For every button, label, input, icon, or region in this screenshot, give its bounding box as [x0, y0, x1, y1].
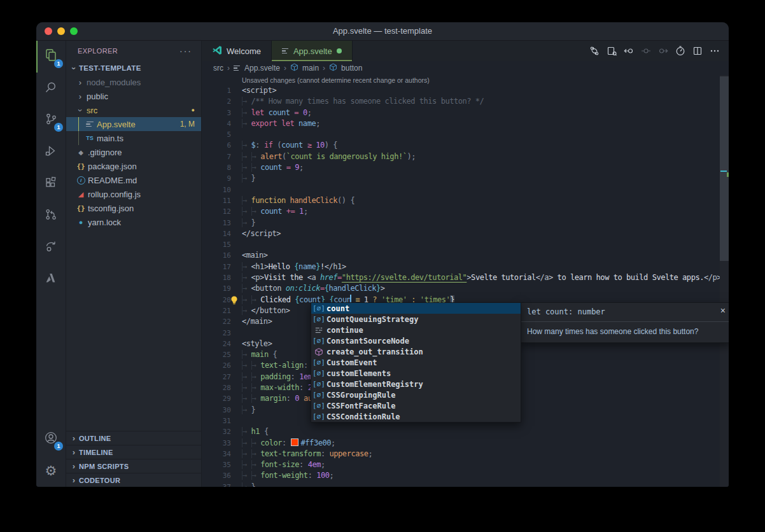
code-line-2[interactable]: 2→ /** How many times has someone clicke…: [202, 96, 729, 107]
code-line-19[interactable]: 19→ <button on:click={handleClick}>: [202, 283, 729, 294]
token: handleClick: [290, 196, 338, 205]
code-line-4[interactable]: 4→ export let name;: [202, 118, 729, 129]
code-line-8[interactable]: 8→ → count = 9;: [202, 162, 729, 173]
explorer-more-actions-icon[interactable]: ···: [179, 46, 192, 56]
breadcrumb-app-svelte[interactable]: App.svelte: [244, 64, 280, 73]
section-codetour[interactable]: › CODETOUR: [66, 473, 201, 487]
code-line-33[interactable]: 33→ → color: #ff3e00;: [202, 438, 729, 449]
suggest-item-CSSConditionRule[interactable]: [∅]CSSConditionRule: [311, 411, 521, 422]
breadcrumb-main[interactable]: main: [302, 64, 319, 73]
code-line-14[interactable]: 14</script>: [202, 228, 729, 239]
scrollbar-thumb[interactable]: [720, 76, 729, 261]
previous-change-icon[interactable]: [624, 46, 634, 56]
tree-item-rollup.config.js[interactable]: ◢rollup.config.js: [66, 187, 201, 201]
code-line-3[interactable]: 3→ let count = 0;: [202, 108, 729, 118]
tree-item-main.ts[interactable]: TSmain.ts: [66, 131, 201, 145]
tree-item-package.json[interactable]: {}package.json: [66, 159, 201, 173]
code-line-9[interactable]: 9→ }: [202, 173, 729, 184]
token: count: [260, 163, 282, 172]
codelens-annotation[interactable]: Unsaved changes (cannot determine recent…: [202, 75, 729, 85]
code-line-12[interactable]: 12→ → count += 1;: [202, 206, 729, 217]
tree-item-README.md[interactable]: iREADME.md: [66, 173, 201, 187]
suggest-item-CustomEvent[interactable]: [∅]CustomEvent: [311, 357, 521, 368]
github-pull-request-icon: [45, 208, 57, 223]
suggest-item-CSSGroupingRule[interactable]: [∅]CSSGroupingRule: [311, 389, 521, 400]
activity-live-share[interactable]: [36, 232, 66, 263]
tree-item-node_modules[interactable]: ›node_modules: [66, 75, 201, 89]
chevron-down-icon: ›: [69, 63, 79, 73]
previous-diff-icon[interactable]: [641, 46, 651, 56]
token: →: [242, 196, 251, 205]
line-number: 18: [202, 272, 242, 283]
tree-root-test-template[interactable]: › TEST-TEMPLATE: [66, 61, 201, 75]
breadcrumb-src[interactable]: src: [213, 64, 223, 73]
timeline-timer-icon[interactable]: [675, 46, 685, 56]
token: →: [242, 482, 251, 487]
code-line-7[interactable]: 7→ → alert(`count is dangerously high!`)…: [202, 151, 729, 162]
code-line-10[interactable]: 10: [202, 185, 729, 195]
code-line-13[interactable]: 13→ }: [202, 218, 729, 228]
token: {: [264, 427, 269, 436]
section-npm-scripts[interactable]: › NPM SCRIPTS: [66, 459, 201, 473]
code-line-36[interactable]: 36→ → font-weight: 100;: [202, 470, 729, 481]
next-diff-icon[interactable]: [658, 46, 668, 56]
code-line-11[interactable]: 11→ function handleClick() {: [202, 195, 729, 206]
lightbulb-icon[interactable]: [230, 295, 239, 308]
close-icon[interactable]: ×: [720, 305, 726, 316]
activity-explorer[interactable]: 1: [36, 41, 66, 73]
tree-item-App.svelte[interactable]: App.svelte1, M: [66, 117, 201, 131]
tree-item-tsconfig.json[interactable]: {}tsconfig.json: [66, 201, 201, 215]
activity-azure[interactable]: [36, 263, 66, 295]
code-line-37[interactable]: 37→ }: [202, 482, 729, 487]
activity-github-pr[interactable]: [36, 200, 66, 232]
open-changes-icon[interactable]: [607, 46, 617, 56]
suggest-item-customElements[interactable]: [∅]customElements: [311, 368, 521, 379]
tab-welcome[interactable]: Welcome: [202, 41, 272, 61]
suggest-item-CSSFontFaceRule[interactable]: [∅]CSSFontFaceRule: [311, 400, 521, 411]
token: margin: [260, 394, 286, 403]
code-line-35[interactable]: 35→ → font-size: 4em;: [202, 459, 729, 470]
activity-settings[interactable]: ⚙: [36, 455, 66, 487]
editor-content[interactable]: Unsaved changes (cannot determine recent…: [202, 75, 729, 487]
tree-item-.gitignore[interactable]: ◆.gitignore: [66, 145, 201, 159]
token: →: [242, 108, 251, 117]
suggest-item-ConstantSourceNode[interactable]: [∅]ConstantSourceNode: [311, 335, 521, 346]
activity-source-control[interactable]: 1: [36, 104, 66, 136]
breadcrumb-button[interactable]: button: [341, 64, 362, 73]
suggest-item-count[interactable]: [∅]count: [311, 303, 521, 314]
code-line-34[interactable]: 34→ → text-transform: uppercase;: [202, 449, 729, 459]
code-line-18[interactable]: 18→ <p>Visit the <a href="https://svelte…: [202, 272, 729, 283]
compare-changes-icon[interactable]: [589, 46, 600, 56]
tab-app-svelte[interactable]: App.svelte: [272, 41, 353, 61]
tree-item-src[interactable]: ›src●: [66, 103, 201, 117]
suggest-item-continue[interactable]: continue: [311, 325, 521, 335]
activity-run-debug[interactable]: [36, 136, 66, 168]
suggest-item-CustomElementRegistry[interactable]: [∅]CustomElementRegistry: [311, 379, 521, 389]
code-line-5[interactable]: 5: [202, 129, 729, 140]
code-line-15[interactable]: 15: [202, 239, 729, 250]
code-line-17[interactable]: 17→ <h1>Hello {name}!</h1>: [202, 262, 729, 272]
suggest-signature: let count: number: [521, 303, 729, 322]
section-timeline[interactable]: › TIMELINE: [66, 445, 201, 459]
token: →: [242, 97, 251, 106]
split-editor-icon[interactable]: [692, 46, 703, 56]
token: /** How many times has someone clicked t…: [251, 97, 484, 106]
token: }: [251, 218, 256, 227]
line-number: 29: [202, 393, 242, 404]
suggest-item-CountQueuingStrategy[interactable]: [∅]CountQueuingStrategy: [311, 314, 521, 325]
more-actions-icon[interactable]: [710, 46, 720, 56]
editor-scrollbar[interactable]: [720, 75, 729, 487]
explorer-title: EXPLORER: [78, 47, 118, 55]
section-outline[interactable]: › OUTLINE: [66, 431, 201, 445]
code-line-1[interactable]: 1<script>: [202, 85, 729, 96]
suggest-item-create_out_transition[interactable]: create_out_transition: [311, 346, 521, 357]
code-line-32[interactable]: 32→ h1 {: [202, 426, 729, 437]
code-line-16[interactable]: 16<main>: [202, 250, 729, 261]
activity-search[interactable]: [36, 73, 66, 104]
unsaved-dot-icon[interactable]: [337, 48, 342, 53]
code-line-6[interactable]: 6→ $: if (count ≥ 10) {: [202, 140, 729, 151]
tree-item-public[interactable]: ›public: [66, 89, 201, 103]
tree-item-yarn.lock[interactable]: ●yarn.lock: [66, 215, 201, 229]
activity-accounts[interactable]: 1: [36, 423, 66, 455]
activity-extensions[interactable]: [36, 168, 66, 200]
